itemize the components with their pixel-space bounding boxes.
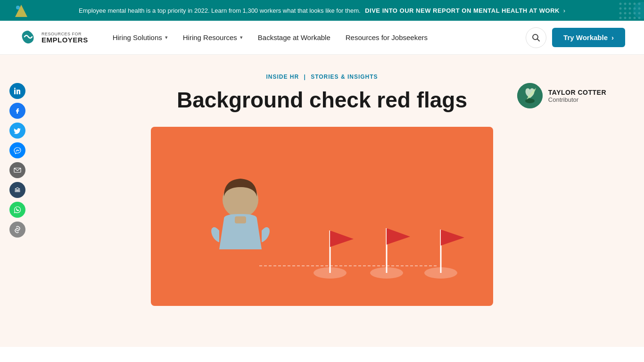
- nav-backstage-label: Backstage at Workable: [258, 33, 330, 41]
- share-messenger-button[interactable]: [9, 142, 25, 158]
- author-avatar-image: [517, 83, 543, 108]
- email-icon: [14, 166, 21, 174]
- nav-hiring-solutions-label: Hiring Solutions: [113, 33, 162, 41]
- nav-links: Hiring Solutions ▾ Hiring Resources ▾ Ba…: [107, 30, 433, 45]
- svg-point-19: [629, 17, 631, 19]
- svg-point-8: [624, 8, 627, 10]
- nav-backstage[interactable]: Backstage at Workable: [252, 30, 336, 45]
- logo-employers: EMPLOYERS: [41, 36, 88, 43]
- nav-hiring-solutions[interactable]: Hiring Solutions ▾: [107, 30, 173, 45]
- search-button[interactable]: [526, 27, 546, 48]
- svg-point-5: [634, 3, 636, 5]
- svg-marker-41: [387, 228, 410, 245]
- svg-point-2: [619, 3, 622, 5]
- share-linkedin-button[interactable]: [9, 83, 25, 99]
- logo[interactable]: RESOURCES FOR EMPLOYERS: [19, 28, 88, 47]
- svg-point-18: [624, 17, 627, 19]
- hero-illustration: [151, 127, 493, 306]
- chevron-down-icon: ▾: [165, 34, 168, 41]
- whatsapp-icon: [14, 206, 21, 214]
- category-left[interactable]: INSIDE HR: [266, 74, 299, 80]
- facebook-icon: [14, 107, 21, 115]
- share-facebook-button[interactable]: [9, 103, 25, 119]
- category-separator: |: [304, 74, 305, 80]
- banner-decorative-left: [14, 4, 28, 19]
- social-sidebar: [9, 83, 25, 238]
- banner-cta[interactable]: DIVE INTO OUR NEW REPORT ON MENTAL HEALT…: [365, 7, 560, 14]
- svg-point-13: [624, 12, 627, 15]
- nav-hiring-resources[interactable]: Hiring Resources ▾: [177, 30, 248, 45]
- svg-point-1: [16, 6, 20, 9]
- svg-rect-25: [14, 90, 16, 94]
- share-email-button[interactable]: [9, 162, 25, 178]
- search-icon: [532, 33, 540, 42]
- svg-point-32: [525, 99, 535, 103]
- svg-line-24: [537, 39, 540, 41]
- author-name: TAYLOR COTTER: [548, 89, 606, 96]
- article-title: Background check red flags: [157, 88, 487, 113]
- copy-link-button[interactable]: [9, 222, 25, 238]
- author-info: TAYLOR COTTER Contributor: [548, 89, 606, 103]
- arrow-right-icon: ›: [611, 33, 614, 41]
- nav-jobseekers-label: Resources for Jobseekers: [346, 33, 428, 41]
- messenger-icon: [14, 147, 21, 154]
- author-role: Contributor: [548, 96, 606, 103]
- nav-hiring-resources-label: Hiring Resources: [183, 33, 237, 41]
- top-banner: Employee mental health is a top priority…: [0, 0, 644, 21]
- hero-image: [151, 127, 493, 306]
- svg-marker-44: [441, 230, 464, 246]
- svg-point-14: [629, 12, 631, 15]
- author-area[interactable]: TAYLOR COTTER Contributor: [517, 83, 606, 108]
- svg-point-26: [14, 88, 16, 89]
- nav-jobseekers[interactable]: Resources for Jobseekers: [340, 30, 433, 45]
- linkedin-icon: [14, 87, 21, 95]
- article-category: INSIDE HR | STORIES & INSIGHTS: [38, 74, 606, 80]
- svg-point-12: [619, 12, 622, 15]
- chevron-down-icon: ▾: [240, 34, 243, 41]
- main-content: INSIDE HR | STORIES & INSIGHTS Backgroun…: [0, 55, 644, 347]
- workable-logo-icon: [19, 28, 38, 47]
- buffer-icon: [14, 186, 21, 194]
- author-avatar: [517, 83, 543, 108]
- svg-marker-30: [15, 188, 20, 190]
- svg-point-20: [634, 17, 636, 19]
- try-workable-label: Try Workable: [563, 33, 608, 41]
- copy-link-icon: [14, 226, 21, 233]
- twitter-icon: [14, 127, 21, 134]
- banner-dots-decoration: [616, 0, 644, 21]
- navbar: RESOURCES FOR EMPLOYERS Hiring Solutions…: [0, 21, 644, 55]
- svg-marker-38: [330, 230, 354, 247]
- svg-point-9: [629, 8, 631, 10]
- svg-point-17: [619, 17, 622, 19]
- svg-point-7: [619, 8, 622, 10]
- category-right[interactable]: STORIES & INSIGHTS: [311, 74, 378, 80]
- share-whatsapp-button[interactable]: [9, 202, 25, 218]
- svg-point-4: [629, 3, 631, 5]
- share-twitter-button[interactable]: [9, 123, 25, 139]
- logo-text: RESOURCES FOR EMPLOYERS: [41, 32, 88, 43]
- banner-arrow: ›: [563, 7, 565, 14]
- banner-text: Employee mental health is a top priority…: [9, 7, 635, 14]
- svg-point-3: [624, 3, 627, 5]
- svg-rect-34: [235, 216, 246, 223]
- share-buffer-button[interactable]: [9, 182, 25, 198]
- banner-message: Employee mental health is a top priority…: [79, 7, 361, 14]
- try-workable-button[interactable]: Try Workable ›: [552, 28, 625, 47]
